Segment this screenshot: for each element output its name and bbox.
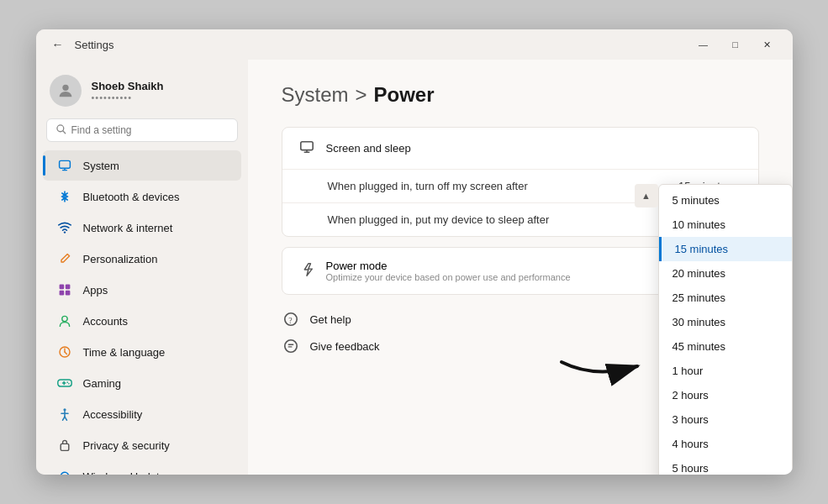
breadcrumb: System > Power (282, 83, 759, 107)
breadcrumb-current: Power (374, 83, 435, 107)
gaming-icon (56, 375, 73, 391)
user-section: Shoeb Shaikh •••••••••• (36, 66, 248, 118)
svg-point-0 (62, 85, 68, 91)
sidebar-item-privacy[interactable]: Privacy & security (43, 430, 241, 460)
dropdown-item-11[interactable]: 5 hours (659, 456, 792, 475)
sidebar-item-bluetooth[interactable]: Bluetooth & devices (43, 181, 241, 212)
sidebar-item-accounts[interactable]: Accounts (43, 306, 241, 336)
accessibility-icon (56, 406, 73, 423)
apps-icon (56, 281, 73, 298)
dropdown-item-10[interactable]: 4 hours (659, 432, 792, 456)
close-button[interactable]: ✕ (752, 33, 783, 56)
time-icon (56, 344, 73, 360)
svg-rect-11 (65, 291, 70, 296)
svg-point-21 (63, 408, 66, 411)
svg-rect-9 (65, 285, 70, 290)
system-icon (56, 157, 73, 174)
dropdown-item-5[interactable]: 30 minutes (659, 310, 792, 334)
dropdown-item-3[interactable]: 20 minutes (659, 261, 792, 286)
breadcrumb-separator: > (356, 83, 367, 107)
sidebar-item-apps[interactable]: Apps (43, 275, 241, 305)
power-mode-title: Power mode (326, 260, 571, 272)
user-name: Shoeb Shaikh (92, 80, 164, 92)
feedback-icon (282, 337, 300, 355)
sidebar-label-accounts: Accounts (83, 315, 128, 328)
sidebar-label-update: Windows Update (83, 470, 166, 475)
screen-off-label: When plugged in, turn off my screen afte… (328, 180, 528, 192)
chevron-up-icon: ▲ (641, 191, 651, 201)
window-title: Settings (75, 39, 114, 51)
give-feedback-label: Give feedback (310, 340, 380, 353)
dropdown-scroll-up-button[interactable]: ▲ (635, 184, 658, 207)
avatar (50, 75, 82, 107)
bluetooth-icon (56, 188, 73, 205)
dropdown-item-1[interactable]: 10 minutes (659, 213, 792, 237)
help-icon: ? (282, 310, 300, 328)
sidebar-item-system[interactable]: System (43, 150, 241, 181)
svg-point-7 (63, 231, 65, 233)
back-button[interactable]: ← (50, 36, 66, 53)
screen-sleep-icon (299, 139, 314, 157)
svg-line-15 (65, 352, 66, 354)
get-help-label: Get help (310, 313, 351, 326)
sidebar-label-gaming: Gaming (83, 377, 122, 390)
titlebar-left: ← Settings (50, 36, 114, 53)
dropdown-item-9[interactable]: 3 hours (659, 407, 792, 432)
power-mode-subtitle: Optimize your device based on power use … (326, 272, 571, 282)
privacy-icon (56, 437, 73, 454)
search-bar[interactable] (46, 118, 238, 142)
svg-point-32 (284, 340, 296, 352)
svg-point-20 (68, 383, 70, 385)
sidebar-label-system: System (83, 160, 119, 172)
svg-rect-3 (59, 160, 70, 168)
arrow-annotation (553, 337, 654, 391)
sidebar-item-update[interactable]: Windows Update (43, 461, 241, 475)
accounts-icon (56, 312, 73, 329)
dropdown-item-7[interactable]: 1 hour (659, 359, 792, 383)
sidebar-label-personalization: Personalization (83, 253, 158, 265)
sidebar-label-apps: Apps (83, 284, 108, 297)
sidebar-item-gaming[interactable]: Gaming (43, 368, 241, 398)
screen-sleep-title: Screen and sleep (326, 142, 411, 155)
svg-line-2 (62, 131, 65, 134)
settings-window: ← Settings — □ ✕ Shoeb Shaikh ••••• (36, 29, 793, 475)
dropdown-item-0[interactable]: 5 minutes (659, 188, 792, 213)
sidebar-item-time[interactable]: Time & language (43, 337, 241, 367)
svg-point-19 (66, 381, 68, 383)
dropdown-item-8[interactable]: 2 hours (659, 383, 792, 407)
maximize-button[interactable]: □ (720, 33, 751, 56)
power-mode-info: Power mode Optimize your device based on… (326, 260, 571, 282)
svg-line-25 (65, 417, 66, 420)
user-email: •••••••••• (92, 92, 164, 102)
svg-point-12 (61, 316, 66, 321)
svg-rect-26 (61, 444, 69, 450)
network-icon (56, 219, 73, 236)
sidebar: Shoeb Shaikh •••••••••• (36, 60, 248, 475)
sidebar-label-accessibility: Accessibility (83, 408, 143, 421)
main-content: System > Power Screen and sleep (248, 60, 793, 475)
sidebar-label-network: Network & internet (83, 222, 173, 234)
content-area: Shoeb Shaikh •••••••••• (36, 60, 793, 475)
minimize-button[interactable]: — (688, 33, 719, 56)
dropdown-item-6[interactable]: 45 minutes (659, 334, 792, 359)
sidebar-item-accessibility[interactable]: Accessibility (43, 399, 241, 429)
dropdown-item-2[interactable]: 15 minutes (659, 237, 792, 261)
sleep-label: When plugged in, put my device to sleep … (328, 213, 550, 226)
titlebar: ← Settings — □ ✕ (36, 29, 793, 60)
power-mode-left: Power mode Optimize your device based on… (299, 260, 571, 282)
power-mode-icon (299, 262, 314, 281)
sidebar-label-privacy: Privacy & security (83, 439, 170, 452)
dropdown-item-4[interactable]: 25 minutes (659, 286, 792, 310)
sidebar-label-time: Time & language (83, 346, 166, 359)
search-icon (55, 123, 66, 137)
update-icon (56, 468, 73, 475)
breadcrumb-parent: System (282, 83, 349, 107)
search-input[interactable] (71, 124, 229, 136)
svg-rect-27 (300, 142, 312, 150)
sidebar-label-bluetooth: Bluetooth & devices (83, 191, 180, 203)
screen-sleep-header[interactable]: Screen and sleep (282, 128, 758, 169)
sidebar-item-personalization[interactable]: Personalization (43, 244, 241, 274)
sidebar-item-network[interactable]: Network & internet (43, 213, 241, 243)
window-controls: — □ ✕ (688, 33, 783, 56)
user-info: Shoeb Shaikh •••••••••• (92, 80, 164, 102)
